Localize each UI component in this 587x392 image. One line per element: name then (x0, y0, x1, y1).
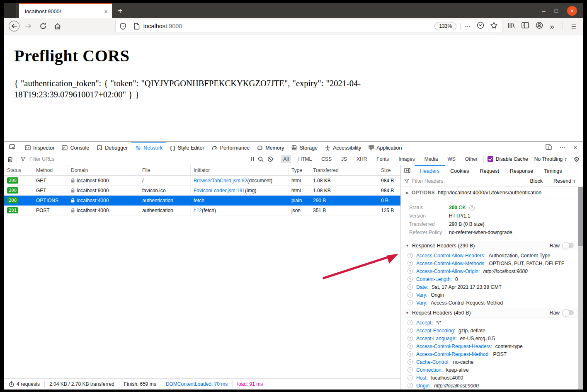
request-row[interactable]: 201 POST localhost:4000 authentication /… (4, 206, 400, 215)
pocket-icon[interactable] (477, 22, 484, 31)
initiator-link[interactable]: /:12 (194, 208, 202, 213)
header-help-icon[interactable]: ? (408, 367, 413, 373)
column-header[interactable]: Initiator (191, 165, 289, 175)
disable-cache-checkbox[interactable] (488, 156, 493, 162)
column-header[interactable]: Method (33, 165, 68, 175)
back-button[interactable] (8, 20, 20, 32)
zoom-level-indicator[interactable]: 133% (434, 22, 456, 30)
forward-button[interactable] (23, 20, 35, 32)
header-name[interactable]: Origin: (416, 383, 431, 389)
details-tab-cookies[interactable]: Cookies (445, 165, 474, 176)
pause-icon[interactable] (250, 157, 254, 162)
tab-accessibility[interactable]: Accessibility (321, 142, 365, 153)
devtools-menu-icon[interactable]: ⋯ (559, 144, 566, 151)
type-filter-button[interactable]: All (281, 155, 291, 163)
filter-urls-input[interactable]: Filter URLs (29, 156, 247, 162)
home-button[interactable] (51, 20, 63, 32)
block-request-icon[interactable] (267, 156, 273, 162)
pick-element-icon[interactable] (4, 142, 21, 153)
type-filter-button[interactable]: JS (339, 155, 349, 163)
header-help-icon[interactable]: ? (408, 292, 413, 298)
load-time[interactable]: load: 91 ms (233, 381, 267, 388)
header-name[interactable]: Accept: (416, 320, 433, 326)
collapse-triangle-icon-2[interactable]: ▼ (405, 311, 409, 315)
devtools-close-icon[interactable]: × (573, 144, 577, 151)
library-icon[interactable] (507, 22, 515, 31)
raw-toggle-2[interactable] (563, 310, 574, 315)
header-name[interactable]: Cache-Control: (416, 359, 450, 365)
type-filter-button[interactable]: Fonts (374, 155, 391, 163)
status-help-icon[interactable]: ? (469, 205, 475, 211)
bookmark-star-icon[interactable] (490, 22, 498, 31)
type-filter-button[interactable]: WS (445, 155, 457, 163)
tab-storage[interactable]: Storage (288, 142, 321, 153)
column-header[interactable]: Transferred (310, 165, 378, 175)
details-tab-request[interactable]: Request (474, 165, 505, 176)
header-name[interactable]: Access-Control-Request-Method: (416, 351, 490, 357)
minimize-button[interactable]: – (542, 8, 546, 14)
header-help-icon[interactable]: ? (408, 375, 413, 380)
header-name[interactable]: Vary: (416, 292, 427, 298)
type-filter-button[interactable]: Images (396, 155, 417, 163)
tab-performance[interactable]: Performance (208, 142, 254, 153)
request-url-row[interactable]: ▶ OPTIONS http://localhost:4000/v1/token… (401, 186, 578, 199)
header-name[interactable]: Date: (416, 284, 428, 290)
header-name[interactable]: Access-Control-Allow-Methods: (416, 261, 485, 266)
initiator-link[interactable]: FaviconLoader.jsm:191 (194, 188, 245, 194)
header-help-icon[interactable]: ? (408, 336, 413, 341)
clear-requests-icon[interactable] (7, 156, 13, 162)
raw-toggle[interactable] (563, 243, 574, 248)
maximize-button[interactable]: □ (555, 8, 558, 14)
tracking-shield-icon[interactable] (120, 23, 126, 30)
header-help-icon[interactable]: ? (408, 300, 413, 305)
header-name[interactable]: Vary: (416, 300, 427, 306)
header-help-icon[interactable]: ? (408, 328, 413, 333)
details-tab-headers[interactable]: Headers (415, 165, 445, 176)
network-settings-gear-icon[interactable]: ⚙ (574, 155, 580, 163)
sidebar-toggle-icon[interactable] (522, 22, 529, 30)
type-filter-button[interactable]: Other (463, 155, 480, 163)
disable-cache-control[interactable]: Disable Cache (488, 156, 528, 162)
domcontentloaded-time[interactable]: DOMContentLoaded: 70 ms (161, 381, 233, 388)
header-help-icon[interactable]: ? (408, 344, 413, 349)
page-info-icon[interactable] (134, 23, 140, 30)
header-name[interactable]: Accept-Language: (416, 336, 456, 341)
block-button[interactable]: Block (526, 178, 547, 184)
type-filter-button[interactable]: HTML (296, 155, 314, 163)
request-row[interactable]: 200 GET localhost:9000 favicon.ico Favic… (4, 186, 400, 196)
header-name[interactable]: Host: (416, 375, 428, 381)
url-bar[interactable]: localhost:9000 133% ⋯ (115, 20, 502, 32)
header-help-icon[interactable]: ? (408, 253, 413, 258)
close-window-button[interactable]: × (567, 6, 577, 16)
initiator-link[interactable]: BrowserTabChild.jsm:92 (194, 178, 247, 184)
expand-triangle-icon[interactable]: ▶ (406, 191, 409, 195)
resend-dropdown[interactable]: Resend ⇕ (550, 178, 580, 184)
details-scrollbar[interactable] (578, 187, 583, 390)
url-text[interactable]: localhost:9000 (143, 23, 182, 29)
type-filter-button[interactable]: XHR (354, 155, 369, 163)
column-header[interactable]: Type (289, 165, 310, 175)
hamburger-menu-icon[interactable]: ≡ (571, 22, 576, 31)
type-filter-button[interactable]: Media (422, 155, 440, 163)
search-icon[interactable] (258, 156, 264, 162)
tab-close-icon[interactable]: × (104, 8, 108, 15)
tab-application[interactable]: Application (365, 142, 405, 153)
column-header[interactable]: Size (378, 165, 400, 175)
reload-button[interactable] (37, 20, 49, 32)
header-help-icon[interactable]: ? (408, 383, 413, 388)
details-tab-response[interactable]: Response (505, 165, 538, 176)
tab-console[interactable]: Console (58, 142, 93, 153)
filter-headers-input[interactable]: Filter Headers (412, 178, 524, 184)
column-header[interactable]: Domain (68, 165, 139, 175)
overflow-chevron-icon[interactable]: » (550, 22, 554, 30)
header-name[interactable]: Access-Control-Allow-Headers: (416, 253, 485, 259)
type-filter-button[interactable]: CSS (319, 155, 334, 163)
header-name[interactable]: Access-Control-Allow-Origin: (416, 269, 480, 274)
request-row[interactable]: 200 GET localhost:9000 / BrowserTabChild… (4, 176, 400, 186)
details-pane-toggle-icon[interactable] (404, 165, 415, 176)
tab-network[interactable]: Network (131, 142, 166, 153)
scrollbar-thumb[interactable] (578, 187, 583, 246)
account-icon[interactable] (536, 22, 543, 31)
tab-memory[interactable]: Memory (253, 142, 288, 153)
column-header[interactable]: Status (4, 165, 33, 175)
